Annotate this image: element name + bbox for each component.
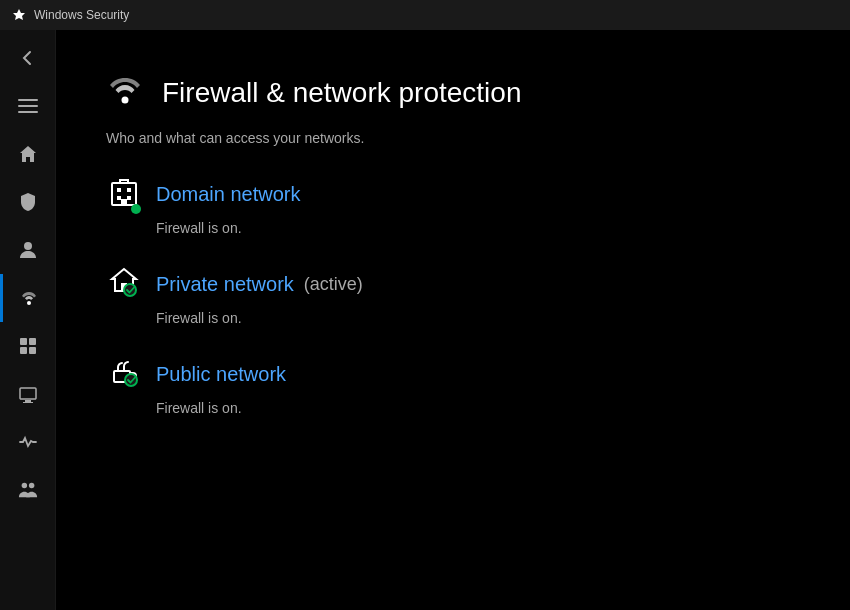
device-security-icon [18,384,38,404]
back-icon [18,48,38,68]
svg-point-12 [21,483,26,488]
sidebar-item-shield[interactable] [0,178,55,226]
main-content: Firewall & network protection Who and wh… [56,30,850,610]
svg-rect-7 [20,347,27,354]
shield-icon [18,192,38,212]
page-title: Firewall & network protection [162,77,521,109]
building-icon [108,175,140,207]
svg-point-14 [122,97,129,104]
sidebar-item-home[interactable] [0,130,55,178]
menu-icon [18,96,38,116]
private-network-link[interactable]: Private network (active) [106,266,800,302]
public-network-icon [106,356,142,392]
svg-point-13 [28,483,33,488]
domain-active-badge [131,204,141,214]
domain-network-icon [106,176,142,212]
titlebar-title: Windows Security [34,8,129,22]
svg-rect-16 [117,188,121,192]
svg-rect-9 [20,388,36,399]
public-network-status: Firewall is on. [156,400,800,416]
network-item-domain: Domain network Firewall is on. [106,176,800,236]
network-item-private: Private network (active) Firewall is on. [106,266,800,326]
svg-rect-5 [20,338,27,345]
svg-rect-20 [121,199,127,205]
public-network-link[interactable]: Public network [106,356,800,392]
svg-rect-18 [117,196,121,200]
svg-rect-2 [18,111,38,113]
svg-rect-10 [25,400,31,402]
home-icon [18,144,38,164]
svg-rect-0 [18,99,38,101]
svg-point-3 [24,242,32,250]
family-icon [18,480,38,500]
svg-rect-1 [18,105,38,107]
svg-rect-8 [29,347,36,354]
sidebar-item-family[interactable] [0,466,55,514]
page-header-icon [106,70,144,116]
domain-network-title[interactable]: Domain network [156,183,301,206]
svg-rect-6 [29,338,36,345]
network-item-public: Public network Firewall is on. [106,356,800,416]
sidebar [0,30,56,610]
page-subtitle: Who and what can access your networks. [106,130,800,146]
svg-rect-17 [127,188,131,192]
private-network-icon [106,266,142,302]
account-icon [18,240,38,260]
page-header: Firewall & network protection [106,70,800,116]
private-network-active-label: (active) [304,274,363,295]
titlebar-icon [12,8,26,22]
svg-point-4 [27,301,31,305]
public-network-title[interactable]: Public network [156,363,286,386]
sidebar-item-app-browser[interactable] [0,322,55,370]
coffee-network-icon [108,355,140,387]
sidebar-item-device-security[interactable] [0,370,55,418]
home-network-icon [108,265,140,297]
sidebar-item-firewall[interactable] [0,274,55,322]
app-body: Firewall & network protection Who and wh… [0,30,850,610]
titlebar: Windows Security [0,0,850,30]
private-network-status: Firewall is on. [156,310,800,326]
sidebar-item-account[interactable] [0,226,55,274]
svg-rect-19 [127,196,131,200]
sidebar-item-menu[interactable] [0,82,55,130]
sidebar-item-back[interactable] [0,34,55,82]
domain-network-status: Firewall is on. [156,220,800,236]
app-browser-icon [18,336,38,356]
private-network-title[interactable]: Private network [156,273,294,296]
svg-rect-11 [23,402,33,403]
health-icon [18,432,38,452]
domain-network-link[interactable]: Domain network [106,176,800,212]
sidebar-item-health[interactable] [0,418,55,466]
page-icon [106,70,144,108]
firewall-icon [19,288,39,308]
